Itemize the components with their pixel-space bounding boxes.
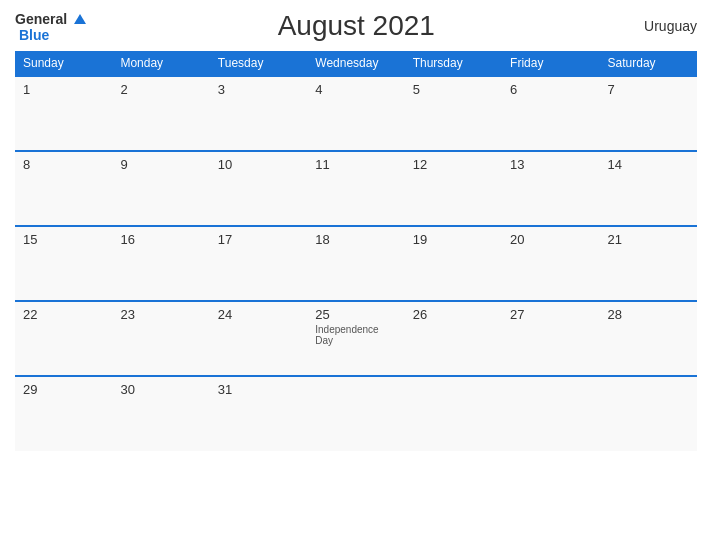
calendar-cell: 19 [405, 226, 502, 301]
logo: General Blue [15, 10, 86, 43]
calendar-cell: 2 [112, 76, 209, 151]
day-number: 22 [23, 307, 104, 322]
day-number: 13 [510, 157, 591, 172]
day-number: 16 [120, 232, 201, 247]
header-sunday: Sunday [15, 51, 112, 76]
calendar-week-1: 1234567 [15, 76, 697, 151]
day-number: 3 [218, 82, 299, 97]
day-number: 21 [608, 232, 689, 247]
header-friday: Friday [502, 51, 599, 76]
calendar-cell: 14 [600, 151, 697, 226]
calendar-cell: 7 [600, 76, 697, 151]
logo-general-text: General [15, 11, 67, 27]
calendar-cell: 11 [307, 151, 404, 226]
logo-triangle-icon [74, 14, 86, 24]
logo-general: General [15, 10, 86, 28]
day-number: 12 [413, 157, 494, 172]
day-number: 7 [608, 82, 689, 97]
calendar-header: Sunday Monday Tuesday Wednesday Thursday… [15, 51, 697, 76]
day-number: 10 [218, 157, 299, 172]
day-number: 11 [315, 157, 396, 172]
day-number: 9 [120, 157, 201, 172]
calendar-week-4: 22232425Independence Day262728 [15, 301, 697, 376]
calendar-cell: 16 [112, 226, 209, 301]
calendar-cell: 26 [405, 301, 502, 376]
calendar-cell: 1 [15, 76, 112, 151]
day-number: 1 [23, 82, 104, 97]
calendar-cell: 29 [15, 376, 112, 451]
header-thursday: Thursday [405, 51, 502, 76]
calendar-cell: 18 [307, 226, 404, 301]
day-number: 31 [218, 382, 299, 397]
calendar-cell: 4 [307, 76, 404, 151]
calendar-body: 1234567891011121314151617181920212223242… [15, 76, 697, 451]
country-label: Uruguay [627, 18, 697, 34]
calendar-cell: 21 [600, 226, 697, 301]
calendar-week-3: 15161718192021 [15, 226, 697, 301]
day-number: 15 [23, 232, 104, 247]
calendar-week-5: 293031 [15, 376, 697, 451]
calendar-cell: 12 [405, 151, 502, 226]
calendar-cell [600, 376, 697, 451]
calendar-cell: 22 [15, 301, 112, 376]
day-number: 26 [413, 307, 494, 322]
day-number: 18 [315, 232, 396, 247]
day-number: 25 [315, 307, 396, 322]
day-number: 6 [510, 82, 591, 97]
calendar-cell: 23 [112, 301, 209, 376]
calendar-cell: 25Independence Day [307, 301, 404, 376]
calendar-cell: 3 [210, 76, 307, 151]
header-tuesday: Tuesday [210, 51, 307, 76]
calendar-cell: 20 [502, 226, 599, 301]
day-number: 24 [218, 307, 299, 322]
day-number: 4 [315, 82, 396, 97]
calendar-cell: 8 [15, 151, 112, 226]
day-number: 27 [510, 307, 591, 322]
logo-blue-text: Blue [19, 28, 86, 43]
day-number: 28 [608, 307, 689, 322]
calendar-cell: 30 [112, 376, 209, 451]
day-number: 30 [120, 382, 201, 397]
calendar-cell: 15 [15, 226, 112, 301]
day-number: 19 [413, 232, 494, 247]
calendar-cell: 31 [210, 376, 307, 451]
calendar-container: General Blue August 2021 Uruguay Sunday … [0, 0, 712, 550]
header-wednesday: Wednesday [307, 51, 404, 76]
calendar-cell [502, 376, 599, 451]
calendar-cell [307, 376, 404, 451]
day-number: 5 [413, 82, 494, 97]
day-number: 2 [120, 82, 201, 97]
calendar-cell: 28 [600, 301, 697, 376]
header-monday: Monday [112, 51, 209, 76]
calendar-cell [405, 376, 502, 451]
calendar-cell: 10 [210, 151, 307, 226]
calendar-cell: 6 [502, 76, 599, 151]
calendar-cell: 13 [502, 151, 599, 226]
day-number: 29 [23, 382, 104, 397]
day-number: 17 [218, 232, 299, 247]
header-row: General Blue August 2021 Uruguay [15, 10, 697, 43]
day-number: 23 [120, 307, 201, 322]
weekday-header-row: Sunday Monday Tuesday Wednesday Thursday… [15, 51, 697, 76]
day-number: 14 [608, 157, 689, 172]
calendar-cell: 9 [112, 151, 209, 226]
calendar-cell: 17 [210, 226, 307, 301]
header-saturday: Saturday [600, 51, 697, 76]
calendar-grid: Sunday Monday Tuesday Wednesday Thursday… [15, 51, 697, 451]
day-number: 8 [23, 157, 104, 172]
calendar-cell: 24 [210, 301, 307, 376]
holiday-label: Independence Day [315, 324, 396, 346]
day-number: 20 [510, 232, 591, 247]
calendar-cell: 27 [502, 301, 599, 376]
calendar-week-2: 891011121314 [15, 151, 697, 226]
calendar-cell: 5 [405, 76, 502, 151]
calendar-title: August 2021 [86, 10, 627, 42]
